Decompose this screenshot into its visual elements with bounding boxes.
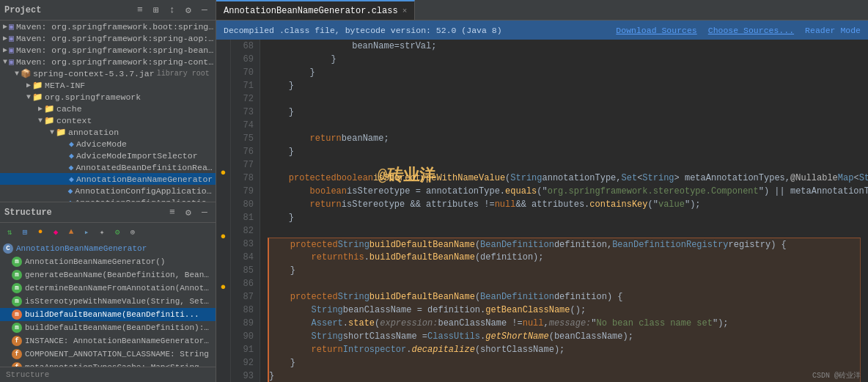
struct-item-build-default2[interactable]: m buildDefaultBeanName(BeanDefinition): …: [0, 321, 216, 334]
struct-tool5[interactable]: ▲: [65, 225, 78, 238]
sidebar-collapse-icon[interactable]: ⊞: [150, 4, 163, 17]
struct-tool1[interactable]: ⇅: [3, 225, 16, 238]
linenum-86: 86: [237, 277, 254, 290]
code-line-72: [268, 92, 861, 106]
sidebar-icons: ≡ ⊞ ↕ ⚙ —: [133, 4, 211, 17]
gutter-82: [216, 217, 230, 229]
maven-icon: ▣: [9, 45, 14, 55]
maven-icon: ▣: [9, 56, 14, 67]
tree-item-annotation[interactable]: ▼ 📁 annotation: [0, 126, 216, 138]
struct-settings-icon[interactable]: ⚙: [182, 206, 195, 219]
gutter-80: [216, 192, 230, 205]
struct-item-determine[interactable]: m determineBeanNameFromAnnotation(Annota…: [0, 282, 216, 295]
code-line-87: protected String buildDefaultBeanName(Be…: [268, 290, 861, 304]
struct-class-label: AnnotationBeanNameGenerator: [16, 244, 147, 253]
code-content[interactable]: beanName = strVal; } } } }: [260, 40, 868, 382]
sidebar-settings-icon[interactable]: ⚙: [182, 4, 195, 17]
method-badge: m: [12, 283, 22, 293]
gutter-69: [216, 52, 230, 65]
sidebar-menu-icon[interactable]: ≡: [133, 4, 147, 17]
tree-item-meta-inf[interactable]: ▶ 📁 META-INF: [0, 79, 216, 91]
sidebar-close-icon[interactable]: —: [198, 4, 211, 17]
linenum-91: 91: [237, 343, 254, 356]
gutter-87: ●: [216, 281, 230, 293]
tree-item-advice-import[interactable]: ◆ AdviceModeImportSelector: [0, 150, 216, 161]
tree-item-maven2[interactable]: ▶ ▣ Maven: org.springframework:spring-ao…: [0, 32, 216, 44]
struct-tool8[interactable]: ⚙: [111, 225, 124, 238]
linenum-69: 69: [237, 53, 254, 66]
field-badge: f: [12, 349, 22, 359]
tree-item-maven3[interactable]: ▶ ▣ Maven: org.springframework:spring-be…: [0, 44, 216, 56]
code-line-76: }: [268, 145, 861, 158]
code-line-86: [268, 277, 861, 290]
struct-tool9[interactable]: ⊕: [126, 225, 139, 238]
tree-item-annotated-bean[interactable]: ◆ AnnotatedBeanDefinitionReader: [0, 161, 216, 173]
reader-mode-button[interactable]: Reader Mode: [805, 26, 861, 35]
class-icon: ◆: [69, 174, 74, 184]
struct-item-build-default1[interactable]: m buildDefaultBeanName(BeanDefiniti...: [0, 308, 216, 321]
method-badge: m: [12, 296, 22, 306]
code-area[interactable]: @砖业洋 ● ●: [216, 40, 868, 382]
gutter-74: [216, 116, 230, 128]
arrow-icon: ▼: [15, 70, 19, 78]
code-line-83: protected String buildDefaultBeanName(Be…: [268, 238, 861, 251]
struct-menu-icon[interactable]: ≡: [166, 206, 179, 219]
tab-bar: AnnotationBeanNameGenerator.class ×: [216, 0, 868, 21]
gutter-89: [216, 306, 230, 318]
struct-tool2[interactable]: ⊞: [18, 225, 32, 238]
code-line-73: }: [268, 106, 861, 119]
folder-icon: 📁: [32, 80, 43, 90]
code-line-77: [268, 158, 861, 172]
struct-tool3[interactable]: ●: [34, 225, 47, 238]
struct-tool7[interactable]: ✦: [95, 225, 108, 238]
tree-item-org-sf[interactable]: ▼ 📁 org.springframework: [0, 91, 216, 103]
struct-item-component-classname[interactable]: f COMPONENT_ANNOTATION_CLASSNAME: String: [0, 348, 216, 361]
code-line-89: Assert.state( expression: beanClassName …: [268, 317, 861, 330]
tree-item-annotation-config-ann[interactable]: ◆ AnnotationConfigApplicationConte: [0, 196, 216, 202]
tree-item-maven4[interactable]: ▼ ▣ Maven: org.springframework:spring-co…: [0, 56, 216, 67]
linenum-88: 88: [237, 304, 254, 317]
gutter-68: [216, 40, 230, 52]
linenum-76: 76: [237, 145, 254, 158]
gutter-83: ●: [216, 229, 230, 242]
structure-bottom-tab[interactable]: Structure: [0, 367, 216, 382]
struct-item-meta-cache[interactable]: f metaAnnotationTypesCache: Map<String, …: [0, 361, 216, 367]
tree-item-advice-mode[interactable]: ◆ AdviceMode: [0, 138, 216, 150]
tab-close-button[interactable]: ×: [402, 7, 408, 15]
tree-item-maven1[interactable]: ▶ ▣ Maven: org.springframework.boot:spri…: [0, 21, 216, 32]
struct-item-instance[interactable]: f INSTANCE: AnnotationBeanNameGenerator …: [0, 334, 216, 348]
struct-item-generate[interactable]: m generateBeanName(BeanDefinition, BeanD…: [0, 268, 216, 282]
method-badge-override: m: [12, 309, 22, 320]
tree-item-annotation-config-app[interactable]: ◆ AnnotationConfigApplicationConte: [0, 185, 216, 196]
struct-tool6[interactable]: ▸: [80, 225, 93, 238]
sidebar-sort-icon[interactable]: ↕: [166, 4, 179, 17]
structure-bottom-label[interactable]: Structure: [0, 367, 216, 382]
code-line-68: beanName = strVal;: [268, 40, 861, 53]
gutter-86: [216, 268, 230, 280]
gutter-72: [216, 90, 230, 103]
struct-item-constructor[interactable]: m AnnotationBeanNameGenerator(): [0, 255, 216, 268]
struct-item-class[interactable]: C AnnotationBeanNameGenerator: [0, 242, 216, 255]
jar-icon: 📦: [21, 68, 31, 78]
structure-panel: Structure ≡ ⚙ — ⇅ ⊞ ● ◆ ▲ ▸ ✦ ⚙ ⊕: [0, 202, 216, 367]
linenum-90: 90: [237, 330, 254, 343]
line-numbers: 68 69 70 71 72 73 74 75 76 77 78 79 80 8…: [231, 40, 260, 382]
linenum-92: 92: [237, 356, 254, 370]
arrow-icon: ▼: [50, 128, 54, 136]
sidebar: Project ≡ ⊞ ↕ ⚙ — ▶ ▣ Maven: org.springf…: [0, 0, 216, 382]
decompiled-info: Decompiled .class file, bytecode version…: [224, 26, 502, 35]
class-icon: ◆: [68, 162, 73, 172]
tree-item-cache[interactable]: ▶ 📁 cache: [0, 103, 216, 114]
struct-item-isstereotype[interactable]: m isStereotypeWithNameValue(String, Set<…: [0, 295, 216, 308]
tree-item-context[interactable]: ▼ 📁 context: [0, 114, 216, 126]
download-sources-link[interactable]: Download Sources: [616, 26, 696, 35]
tree-item-annotation-bean-gen[interactable]: ◆ AnnotationBeanNameGenerator: [0, 173, 216, 185]
struct-close-icon[interactable]: —: [198, 206, 211, 219]
gutter-78: ●: [216, 166, 230, 179]
tree-item-spring-context[interactable]: ▼ 📦 spring-context-5.3.7.jar library roo…: [0, 67, 216, 79]
struct-tool4[interactable]: ◆: [49, 225, 62, 238]
choose-sources-link[interactable]: Choose Sources...: [708, 26, 794, 35]
gutter-90: [216, 319, 230, 331]
active-tab[interactable]: AnnotationBeanNameGenerator.class ×: [216, 0, 415, 20]
sidebar-title: Project: [4, 5, 133, 15]
